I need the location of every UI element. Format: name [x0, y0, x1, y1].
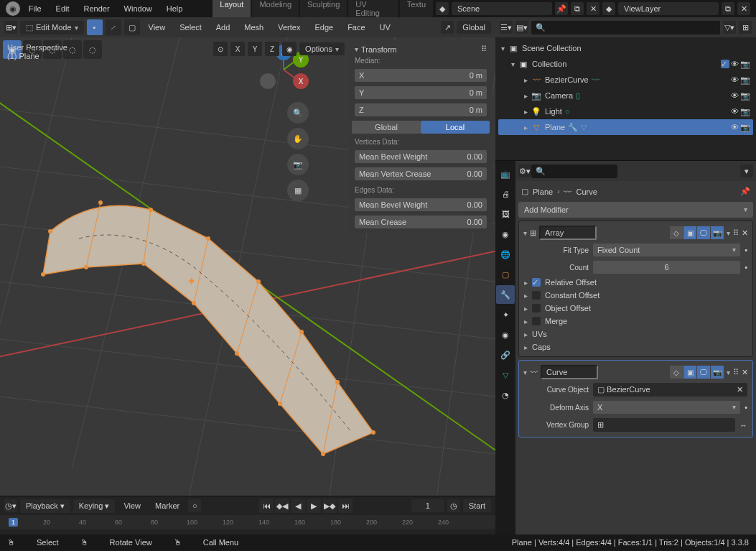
object-offset-checkbox[interactable] — [532, 304, 541, 312]
play-icon[interactable]: ▶ — [307, 499, 321, 513]
zoom-icon[interactable]: 🔍 — [287, 102, 309, 124]
outliner-editor-icon[interactable]: ☰▾ — [500, 21, 513, 34]
menu-render[interactable]: Render — [78, 2, 116, 15]
fit-type-select[interactable]: Fixed Count▾ — [593, 244, 740, 256]
props-tab-constraints[interactable]: 🔗 — [496, 346, 515, 364]
tl-marker[interactable]: Marker — [149, 499, 185, 512]
filter-icon[interactable]: ▽▾ — [723, 21, 736, 34]
vp-mesh[interactable]: Mesh — [238, 21, 269, 34]
edit-mode-display-icon[interactable]: ▣ — [683, 366, 696, 379]
copy-viewlayer-icon[interactable]: ⧉ — [722, 2, 734, 15]
new-collection-icon[interactable]: ⊞ — [739, 21, 752, 34]
viewlayer-field[interactable]: ViewLayer — [618, 2, 719, 15]
display-mode-icon[interactable]: ▤▾ — [515, 21, 528, 34]
grip-icon[interactable]: ⠿ — [733, 368, 739, 377]
realtime-display-icon[interactable]: 🖵 — [697, 366, 710, 379]
face-select-icon[interactable]: ▢ — [124, 19, 140, 35]
clock-icon[interactable]: ◷ — [447, 499, 460, 512]
object-offset-row[interactable]: ▸Object Offset — [522, 302, 750, 315]
camera-render-icon[interactable]: 📷 — [740, 123, 750, 132]
on-cage-icon[interactable]: ◇ — [670, 226, 683, 239]
menu-edit[interactable]: Edit — [50, 2, 75, 15]
orientation-select[interactable]: Global — [457, 21, 491, 34]
scene-browse-icon[interactable]: ◆ — [436, 2, 449, 15]
options-dropdown[interactable]: Options▾ — [299, 42, 345, 55]
relative-offset-row[interactable]: ▸✓Relative Offset — [522, 276, 750, 289]
edge-select-icon[interactable]: ⟋ — [106, 19, 121, 35]
close-icon[interactable]: ✕ — [742, 368, 748, 377]
relative-offset-checkbox[interactable]: ✓ — [532, 278, 541, 287]
outliner-item-light[interactable]: ▸💡 Light ○ 👁📷 — [498, 103, 753, 119]
props-search[interactable]: 🔍 — [531, 165, 617, 178]
curve-object-field[interactable]: ▢ BezierCurve✕ — [593, 383, 747, 397]
collection-checkbox[interactable]: ✓ — [721, 60, 729, 68]
axis-z-btn[interactable]: Z — [265, 42, 279, 56]
merge-checkbox[interactable] — [532, 317, 541, 325]
perspective-icon[interactable]: ▦ — [287, 180, 309, 201]
orientation-icon[interactable]: ↗ — [441, 21, 454, 34]
props-options-icon[interactable]: ▾ — [740, 165, 753, 177]
close-icon[interactable]: ✕ — [742, 228, 748, 238]
props-tab-object[interactable]: ▢ — [496, 265, 515, 284]
caps-row[interactable]: ▸Caps — [522, 341, 750, 353]
pin-icon[interactable]: 📌 — [740, 187, 750, 196]
props-editor-icon[interactable]: ⚙▾ — [518, 165, 531, 177]
render-display-icon[interactable]: 📷 — [711, 226, 724, 239]
vp-edge[interactable]: Edge — [309, 21, 339, 34]
median-z[interactable]: Z0 m — [355, 103, 487, 116]
axis-x-btn[interactable]: X — [230, 42, 245, 56]
vp-uv[interactable]: UV — [374, 21, 396, 34]
mean-vertex-crease[interactable]: Mean Vertex Crease0.00 — [355, 167, 487, 180]
scene-collection-row[interactable]: ▾▣ Scene Collection — [498, 40, 753, 56]
menu-window[interactable]: Window — [118, 2, 158, 15]
play-reverse-icon[interactable]: ◀ — [291, 499, 305, 513]
outliner-item-camera[interactable]: ▸📷 Camera ▯ 👁📷 — [498, 88, 753, 103]
edit-mode-display-icon[interactable]: ▣ — [683, 226, 696, 239]
outliner-search[interactable]: 🔍 — [531, 21, 720, 34]
mode-selector[interactable]: ⬚ Edit Mode ▾ — [20, 21, 84, 34]
extras-icon[interactable]: ▾ — [727, 229, 730, 237]
jump-end-icon[interactable]: ⏭ — [338, 499, 353, 513]
constant-offset-checkbox[interactable] — [532, 291, 541, 300]
blender-logo[interactable]: ◉ — [6, 1, 20, 16]
current-frame[interactable]: 1 — [411, 499, 444, 512]
gizmo-x[interactable]: X — [293, 73, 309, 89]
collapse-icon[interactable]: ▾ — [523, 369, 527, 376]
add-modifier-button[interactable]: Add Modifier▾ — [518, 202, 753, 218]
uvs-row[interactable]: ▸UVs — [522, 328, 750, 341]
keyframe-prev-icon[interactable]: ◆◀ — [275, 499, 289, 513]
close-viewlayer-icon[interactable]: ✕ — [737, 2, 750, 15]
vertex-group-field[interactable]: ⊞ — [593, 418, 735, 432]
menu-file[interactable]: File — [23, 2, 47, 15]
deform-axis-select[interactable]: X▾ — [593, 401, 740, 414]
scene-name-field[interactable]: Scene — [452, 2, 552, 15]
props-tab-physics[interactable]: ◉ — [496, 325, 515, 344]
invert-icon[interactable]: ↔ — [739, 421, 747, 430]
eye-icon[interactable]: 👁 — [731, 60, 739, 69]
jump-start-icon[interactable]: ⏮ — [259, 499, 274, 513]
space-global[interactable]: Global — [352, 121, 421, 134]
outliner-item-curve[interactable]: ▸〰 BezierCurve 〰 👁📷 — [498, 72, 753, 88]
menu-help[interactable]: Help — [161, 2, 189, 15]
camera-render-icon[interactable]: 📷 — [740, 91, 750, 101]
props-tab-modifier[interactable]: 🔧 — [496, 285, 515, 304]
clear-icon[interactable]: ✕ — [737, 385, 743, 394]
constant-offset-row[interactable]: ▸Constant Offset — [522, 289, 750, 302]
modifier-name-field[interactable] — [539, 226, 597, 240]
vp-face[interactable]: Face — [342, 21, 370, 34]
props-tab-particles[interactable]: ✦ — [496, 305, 515, 324]
space-local[interactable]: Local — [421, 121, 490, 134]
gizmo-neg[interactable] — [260, 73, 276, 89]
modifier-name-field[interactable] — [541, 365, 598, 379]
realtime-display-icon[interactable]: 🖵 — [697, 226, 710, 239]
props-tab-mesh[interactable]: ▽ — [496, 366, 515, 384]
vp-select[interactable]: Select — [174, 21, 207, 34]
camera-render-icon[interactable]: 📷 — [740, 107, 750, 116]
grip-icon[interactable]: ⠿ — [733, 228, 739, 238]
keyframe-next-icon[interactable]: ▶◆ — [322, 499, 337, 513]
viewlayer-browse-icon[interactable]: ◆ — [602, 2, 615, 15]
edge-crease[interactable]: Mean Crease0.00 — [355, 216, 487, 228]
props-tab-material[interactable]: ◔ — [496, 386, 515, 404]
vp-add[interactable]: Add — [210, 21, 236, 34]
collection-row[interactable]: ▾▣ Collection ✓👁📷 — [498, 56, 753, 72]
